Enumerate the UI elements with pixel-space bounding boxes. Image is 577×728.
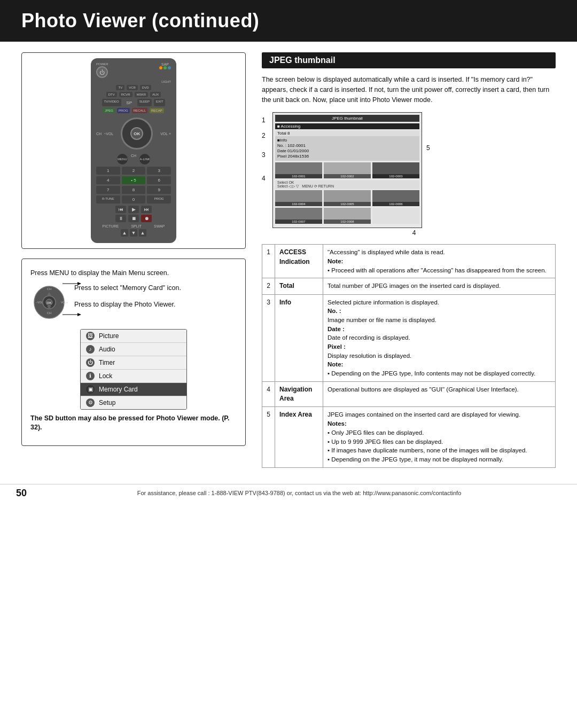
jpeg-btn[interactable]: JPEG	[103, 108, 115, 113]
sap-dots	[159, 66, 171, 69]
bottom-rows: PICTURE SPLIT SWAP ▲ ▼ ▲	[96, 224, 171, 237]
stop-btn[interactable]: ⏹	[128, 215, 139, 222]
row-2-num: 2	[262, 278, 275, 294]
tv-btn[interactable]: TV	[116, 85, 124, 90]
num-9[interactable]: 9	[147, 186, 171, 194]
row-2-desc: Total number of JPEG images on the inser…	[323, 278, 556, 294]
pause-stop-row: ⏸ ⏹ ⏺	[96, 215, 171, 222]
callout-1: 1	[262, 116, 269, 124]
dvd-btn[interactable]: DVD	[140, 85, 151, 90]
menu-item-lock[interactable]: ℹ Lock	[81, 370, 186, 383]
thumbnail-grid: 102-0001 102-0002 102-0003	[275, 162, 419, 178]
callout-2: 2	[262, 132, 269, 139]
num-0[interactable]: 0	[122, 195, 146, 203]
num-5[interactable]: • 5	[122, 176, 146, 184]
timer-icon: ⏻	[86, 358, 95, 367]
transport-controls: ⏮ ▶ ⏭	[96, 206, 171, 213]
remote-control-box: POWER SAP LIGHT TV	[21, 52, 246, 249]
mskr-btn[interactable]: MSKR	[135, 92, 148, 97]
menu-item-picture[interactable]: 🖼 Picture	[81, 330, 186, 343]
table-row-3: 3 Info Selected picture information is d…	[262, 294, 556, 381]
bottom-row-2: ▲ ▼ ▲	[96, 229, 171, 237]
pause-btn[interactable]: ⏸	[115, 215, 126, 222]
ok-button[interactable]: OK	[121, 118, 153, 150]
tvvideo-btn[interactable]: TV/VIDEO	[102, 99, 121, 106]
recap-btn[interactable]: RECAP	[150, 108, 164, 113]
press-display-text: Press to display the Photo Viewer.	[74, 300, 181, 310]
access-term: ACCESS	[279, 248, 306, 256]
ch-up-btn[interactable]: ▲	[139, 229, 146, 237]
svg-marker-12	[77, 282, 81, 285]
jpeg-screen-diagram: JPEG thumbnail ■ Accessing Total 8 ■Info…	[272, 112, 422, 228]
diagram-with-numbers: 1 2 3 4 JPEG thumbnail ■ Accessing Total…	[262, 112, 556, 228]
num-6[interactable]: 6	[147, 176, 171, 184]
thumb-5: 102-0005	[324, 190, 371, 206]
screen-header-bar: JPEG thumbnail	[275, 115, 419, 122]
row-4-label: Navigation Area	[275, 381, 323, 407]
select-ok-label: Select OK	[277, 181, 417, 184]
thumbnail-grid-2: 102-0004 102-0005 102-0006	[275, 190, 419, 206]
table-row-1: 1 ACCESS Indication "Accessing" is displ…	[262, 245, 556, 278]
picture-label: PICTURE	[103, 224, 119, 228]
num-3[interactable]: 3	[147, 167, 171, 175]
lock-label: Lock	[99, 372, 112, 380]
sap-dot-3	[168, 66, 171, 69]
menu-item-audio[interactable]: ♪ Audio	[81, 343, 186, 356]
vol-up-btn[interactable]: ▲	[121, 229, 128, 237]
sleep-btn[interactable]: SLEEP	[137, 99, 152, 106]
remote-control: POWER SAP LIGHT TV	[91, 58, 176, 243]
vol-down-btn[interactable]: ▼	[130, 229, 137, 237]
power-label: POWER	[96, 62, 108, 66]
left-column: POWER SAP LIGHT TV	[21, 52, 246, 468]
row-4-num: 4	[262, 381, 275, 407]
date-label: Date 01/01/2000	[277, 148, 417, 153]
audio-label: Audio	[99, 346, 115, 353]
jpeg-diagram-container: 1 2 3 4 JPEG thumbnail ■ Accessing Total…	[262, 112, 556, 237]
jpeg-section-header: JPEG thumbnail	[262, 52, 556, 68]
rec-btn[interactable]: ⏺	[141, 215, 152, 222]
menu-item-timer[interactable]: ⏻ Timer	[81, 356, 186, 370]
picture-icon: 🖼	[86, 332, 95, 340]
dtv-btn[interactable]: DTV	[106, 92, 117, 97]
table-row-4: 4 Navigation Area Operational buttons ar…	[262, 381, 556, 407]
sp-icon: SP	[123, 99, 135, 106]
exit-btn[interactable]: EXIT	[154, 99, 165, 106]
diagram-numbers: 1 2 3 4	[262, 112, 269, 183]
num-1[interactable]: 1	[96, 167, 120, 175]
menu-item-memory-card[interactable]: ▣ Memory Card	[81, 383, 186, 396]
aux-btn[interactable]: AUX	[150, 92, 161, 97]
setup-label: Setup	[99, 399, 115, 406]
info-desc: Selected picture information is displaye…	[328, 299, 439, 306]
vcr-btn[interactable]: VCR	[127, 85, 138, 90]
index-note-detail: • Only JPEG files can be displayed.• Up …	[328, 429, 527, 463]
vol-minus-label: −VOL	[104, 132, 113, 136]
page-header: Photo Viewer (continued)	[0, 0, 577, 42]
thumb-3-label: 102-0003	[372, 174, 419, 178]
num-8[interactable]: 8	[122, 186, 146, 194]
thumb-2: 102-0002	[324, 162, 371, 178]
menu-list: 🖼 Picture ♪ Audio ⏻ Timer ℹ Lock ▣ Me	[80, 329, 187, 410]
ok-circle-btn[interactable]: A-LINK	[139, 154, 150, 165]
ch-label-left: CH	[96, 132, 102, 136]
thumb-6: 102-0006	[372, 190, 419, 206]
rcvr-btn[interactable]: RCVR	[119, 92, 132, 97]
menu-circle-btn[interactable]: MENU	[117, 154, 128, 165]
num-7[interactable]: 7	[96, 186, 120, 194]
jpeg-section-desc: The screen below is displayed automatica…	[262, 75, 556, 105]
info-term: Info	[279, 299, 291, 306]
ch-center-label: CH	[131, 154, 136, 165]
rew-btn[interactable]: ⏮	[115, 206, 126, 213]
nav-term: Navigation	[279, 386, 312, 393]
prog-num-btn[interactable]: PROG	[147, 195, 171, 203]
play-btn[interactable]: ▶	[128, 206, 139, 213]
menu-item-setup[interactable]: ⚙ Setup	[81, 396, 186, 409]
num-2[interactable]: 2	[122, 167, 146, 175]
mini-remote-area: CH −VOL OK VOL+ CH	[30, 284, 237, 323]
r-tune-btn[interactable]: R-TUNE	[96, 195, 120, 203]
ff-btn[interactable]: ⏭	[141, 206, 152, 213]
recall-btn[interactable]: RECALL	[132, 108, 147, 113]
power-button[interactable]	[96, 66, 108, 78]
prog-btn[interactable]: PROG	[117, 108, 130, 113]
lock-icon: ℹ	[86, 372, 95, 380]
num-4[interactable]: 4	[96, 176, 120, 184]
